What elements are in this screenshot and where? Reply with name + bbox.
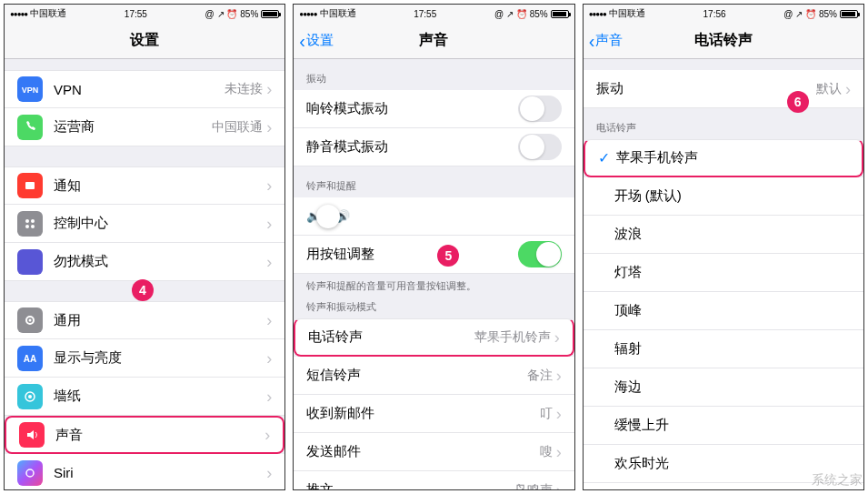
vpn-icon: VPN: [17, 76, 43, 102]
label: 响铃模式振动: [306, 100, 517, 117]
check-icon: ✓: [598, 149, 616, 166]
settings-row[interactable]: VPNVPN未连接›: [5, 70, 284, 108]
ringtone-label: 海边: [614, 378, 851, 396]
row-silent-vibrate[interactable]: 静音模式振动: [294, 128, 574, 166]
control-icon: [17, 211, 43, 237]
label: 墙纸: [54, 388, 266, 405]
settings-row[interactable]: 墙纸›: [5, 378, 284, 416]
signal-icon: ●●●●●: [299, 10, 316, 18]
status-icons: @ ↗ ⏰: [205, 9, 238, 19]
chevron-right-icon: ›: [266, 388, 272, 405]
gear-icon: [17, 307, 43, 333]
carrier-label: 中国联通: [320, 7, 356, 20]
chevron-right-icon: ›: [264, 427, 270, 443]
toggle[interactable]: [518, 241, 562, 267]
screen-sounds: ●●●●● 中国联通 17:55 @ ↗ ⏰ 85% ‹ 设置 声音 振动 响铃…: [293, 4, 574, 490]
page-title: 电话铃声: [694, 31, 753, 50]
ringtone-label: 灯塔: [614, 264, 851, 281]
value: 苹果手机铃声: [474, 329, 551, 346]
screen-settings: ●●●●● 中国联通 17:55 @ ↗ ⏰ 85% 设置 VPNVPN未连接›…: [4, 4, 285, 490]
value: 嗖: [540, 444, 553, 460]
phone-icon: [17, 115, 43, 140]
sounds-list[interactable]: 振动 响铃模式振动 静音模式振动 铃声和提醒 🔈 🔊 用按钮调整 铃声和提醒的音…: [294, 59, 574, 489]
display-icon: AA: [17, 346, 43, 371]
value: 鸟鸣声: [514, 482, 553, 490]
svg-point-4: [25, 225, 29, 228]
screen-ringtone: ●●●●● 中国联通 17:56 @ ↗ ⏰ 85% ‹ 声音 电话铃声 振动 …: [583, 4, 864, 490]
chevron-right-icon: ›: [266, 350, 272, 367]
battery-pct: 85%: [530, 9, 548, 19]
value: 中国联通: [212, 119, 263, 136]
sound-row[interactable]: 发送邮件嗖›: [294, 433, 574, 471]
label: 通用: [54, 312, 266, 329]
sound-row[interactable]: 短信铃声备注›: [294, 357, 574, 395]
chevron-right-icon: ›: [556, 482, 562, 490]
group-footer: 铃声和提醒的音量可用音量按钮调整。: [294, 274, 574, 295]
group-header-vibrate: 振动: [294, 59, 574, 90]
settings-row[interactable]: 通用›: [5, 301, 284, 339]
svg-point-10: [28, 395, 32, 398]
settings-list[interactable]: VPNVPN未连接›运营商中国联通› 通知›控制中心›勿扰模式› 通用›AA显示…: [5, 59, 284, 489]
settings-row[interactable]: 勿扰模式›: [5, 243, 284, 281]
toggle[interactable]: [518, 96, 562, 122]
ringtone-row[interactable]: 缓慢上升: [584, 407, 863, 445]
status-time: 17:56: [703, 9, 726, 19]
signal-icon: ●●●●●: [589, 10, 606, 18]
back-button[interactable]: ‹ 设置: [299, 32, 334, 50]
label: 短信铃声: [306, 367, 526, 384]
svg-point-11: [26, 469, 34, 477]
settings-row[interactable]: 控制中心›: [5, 205, 284, 243]
ringtone-label: 波浪: [614, 226, 851, 243]
svg-point-2: [25, 219, 29, 223]
ringtone-row[interactable]: 波浪: [584, 216, 863, 254]
battery-pct: 85%: [819, 9, 837, 19]
value: 默认: [816, 81, 842, 97]
signal-icon: ●●●●●: [10, 10, 27, 18]
status-icons: @ ↗ ⏰: [494, 9, 527, 19]
label: 推文: [306, 481, 514, 489]
label: 电话铃声: [308, 328, 474, 346]
chevron-right-icon: ›: [266, 81, 272, 97]
ringtone-list[interactable]: 振动 默认 › 电话铃声 ✓苹果手机铃声开场 (默认)波浪灯塔顶峰辐射海边缓慢上…: [584, 59, 863, 489]
label: Siri: [54, 465, 266, 480]
row-vibration[interactable]: 振动 默认 ›: [584, 70, 863, 108]
ringtone-row[interactable]: 灯塔: [584, 254, 863, 292]
toggle[interactable]: [518, 134, 562, 160]
status-time: 17:55: [414, 9, 436, 19]
row-button-adjust[interactable]: 用按钮调整: [294, 236, 574, 274]
sound-icon: [19, 422, 45, 448]
ringtone-row[interactable]: 辐射: [584, 330, 863, 368]
nav-bar: ‹ 设置 声音: [294, 23, 574, 59]
chevron-right-icon: ›: [266, 177, 272, 194]
ringtone-label: 开场 (默认): [614, 187, 851, 205]
nav-bar: 设置: [5, 23, 284, 59]
settings-row[interactable]: AA显示与亮度›: [5, 339, 284, 378]
ringtone-label: 缓慢上升: [614, 417, 851, 434]
settings-row-sound[interactable]: 声音›: [5, 416, 284, 454]
carrier-label: 中国联通: [30, 7, 66, 20]
ringtone-label: 辐射: [614, 340, 851, 358]
status-bar: ●●●●● 中国联通 17:56 @ ↗ ⏰ 85%: [584, 5, 863, 23]
sound-row-ringtone[interactable]: 电话铃声苹果手机铃声›: [294, 318, 574, 357]
ringtone-label: 欢乐时光: [614, 455, 851, 472]
sound-row[interactable]: 推文鸟鸣声›: [294, 471, 574, 489]
ringtone-row[interactable]: 开场 (默认): [584, 177, 863, 216]
settings-row[interactable]: Siri›: [5, 454, 284, 489]
back-button[interactable]: ‹ 声音: [589, 32, 624, 50]
ringtone-row-selected[interactable]: ✓苹果手机铃声: [584, 139, 863, 177]
chevron-right-icon: ›: [266, 254, 272, 270]
back-label: 声音: [595, 32, 623, 49]
chevron-left-icon: ‹: [299, 32, 305, 50]
label: 静音模式振动: [306, 138, 517, 156]
settings-row[interactable]: 运营商中国联通›: [5, 108, 284, 146]
watermark: 系统之家: [812, 472, 863, 489]
ringtone-row[interactable]: 海边: [584, 368, 863, 407]
label: 声音: [55, 427, 264, 444]
label: 勿扰模式: [54, 253, 266, 270]
group-header-patterns: 铃声和振动模式: [294, 295, 574, 318]
row-ring-vibrate[interactable]: 响铃模式振动: [294, 90, 574, 128]
ringtone-row[interactable]: 顶峰: [584, 292, 863, 330]
sound-row[interactable]: 收到新邮件叮›: [294, 395, 574, 433]
settings-row[interactable]: 通知›: [5, 166, 284, 205]
svg-rect-1: [25, 182, 35, 189]
